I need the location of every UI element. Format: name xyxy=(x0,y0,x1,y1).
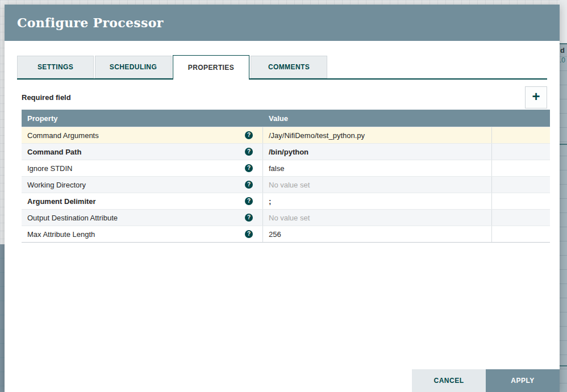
table-row[interactable]: Ignore STDIN ? false xyxy=(22,160,550,176)
extra-cell xyxy=(492,210,550,226)
property-value: No value set xyxy=(269,214,310,222)
background-canvas-strip xyxy=(0,244,5,392)
dialog-header: Configure Processor xyxy=(5,5,560,41)
table-row[interactable]: Working Directory ? No value set xyxy=(22,176,550,193)
table-row[interactable]: Argument Delimiter ? ; xyxy=(22,193,550,209)
property-cell: Working Directory ? xyxy=(22,177,263,193)
property-name: Max Attribute Length xyxy=(27,230,95,239)
property-cell: Command Arguments ? xyxy=(22,127,263,143)
tab-settings[interactable]: SETTINGS xyxy=(17,56,94,78)
table-header-row: Property Value xyxy=(22,110,550,127)
help-icon[interactable]: ? xyxy=(245,230,253,238)
extra-cell xyxy=(492,177,550,193)
background-divider xyxy=(560,144,567,145)
properties-table: Property Value Command Arguments ? /Jay/… xyxy=(22,110,550,243)
background-fragment-text: d xyxy=(560,46,565,55)
extra-cell xyxy=(492,160,550,176)
property-cell: Ignore STDIN ? xyxy=(22,160,263,176)
extra-cell xyxy=(492,127,550,143)
tab-label: SETTINGS xyxy=(37,63,73,71)
required-field-label: Required field xyxy=(17,93,71,102)
apply-button[interactable]: APPLY xyxy=(486,369,560,392)
help-icon[interactable]: ? xyxy=(245,131,253,139)
value-cell[interactable]: /Jay/NifiDemo/test_python.py xyxy=(263,127,492,143)
extra-cell xyxy=(492,193,550,209)
table-row[interactable]: Command Path ? /bin/python xyxy=(22,143,550,160)
tab-properties[interactable]: PROPERTIES xyxy=(173,55,249,80)
configure-processor-dialog: Configure Processor SETTINGS SCHEDULING … xyxy=(5,5,560,392)
property-value: /Jay/NifiDemo/test_python.py xyxy=(269,131,365,140)
help-icon[interactable]: ? xyxy=(245,164,253,172)
background-divider xyxy=(560,365,567,366)
tab-bar: SETTINGS SCHEDULING PROPERTIES COMMENTS xyxy=(17,55,547,80)
value-cell[interactable]: No value set xyxy=(263,210,492,226)
background-canvas-grid xyxy=(560,0,567,44)
value-cell[interactable]: ; xyxy=(263,193,492,209)
property-cell: Output Destination Attribute ? xyxy=(22,210,263,226)
tab-label: PROPERTIES xyxy=(188,64,234,72)
property-value: No value set xyxy=(269,181,310,189)
tab-comments[interactable]: COMMENTS xyxy=(251,56,327,78)
table-row[interactable]: Output Destination Attribute ? No value … xyxy=(22,209,550,226)
property-name: Working Directory xyxy=(27,181,86,189)
help-icon[interactable]: ? xyxy=(245,197,253,205)
property-value: 256 xyxy=(269,230,281,239)
background-canvas-strip: d .0 xyxy=(560,0,567,392)
cancel-button[interactable]: CANCEL xyxy=(412,369,486,392)
property-cell: Max Attribute Length ? xyxy=(22,226,263,242)
dialog-body: SETTINGS SCHEDULING PROPERTIES COMMENTS … xyxy=(5,55,560,243)
tab-label: SCHEDULING xyxy=(110,63,157,71)
property-value: ; xyxy=(269,197,271,206)
property-name: Output Destination Attribute xyxy=(27,214,118,222)
table-body: Command Arguments ? /Jay/NifiDemo/test_p… xyxy=(22,127,550,242)
extra-cell xyxy=(492,226,550,242)
value-cell[interactable]: 256 xyxy=(263,226,492,242)
table-row[interactable]: Command Arguments ? /Jay/NifiDemo/test_p… xyxy=(22,127,550,143)
property-name: Command Path xyxy=(27,148,81,156)
background-fragment-value: .0 xyxy=(560,56,565,64)
property-name: Ignore STDIN xyxy=(27,164,72,173)
value-cell[interactable]: false xyxy=(263,160,492,176)
property-value: false xyxy=(269,164,284,173)
plus-icon: + xyxy=(532,90,540,103)
dialog-title: Configure Processor xyxy=(17,15,164,30)
property-name: Argument Delimiter xyxy=(27,197,96,206)
help-icon[interactable]: ? xyxy=(245,214,253,222)
property-name: Command Arguments xyxy=(27,131,99,140)
tab-label: COMMENTS xyxy=(268,63,310,71)
help-icon[interactable]: ? xyxy=(245,148,253,156)
dialog-footer: CANCEL APPLY xyxy=(412,369,560,392)
property-cell: Command Path ? xyxy=(22,144,263,160)
help-icon[interactable]: ? xyxy=(245,181,253,189)
extra-cell xyxy=(492,144,550,160)
value-cell[interactable]: /bin/python xyxy=(263,144,492,160)
toolbar-row: Required field + xyxy=(17,85,547,110)
property-value: /bin/python xyxy=(269,148,308,156)
add-property-button[interactable]: + xyxy=(525,86,547,109)
property-cell: Argument Delimiter ? xyxy=(22,193,263,209)
table-row[interactable]: Max Attribute Length ? 256 xyxy=(22,226,550,242)
column-header-property: Property xyxy=(22,114,263,123)
value-cell[interactable]: No value set xyxy=(263,177,492,193)
column-header-value: Value xyxy=(263,114,492,123)
tab-scheduling[interactable]: SCHEDULING xyxy=(95,56,172,78)
